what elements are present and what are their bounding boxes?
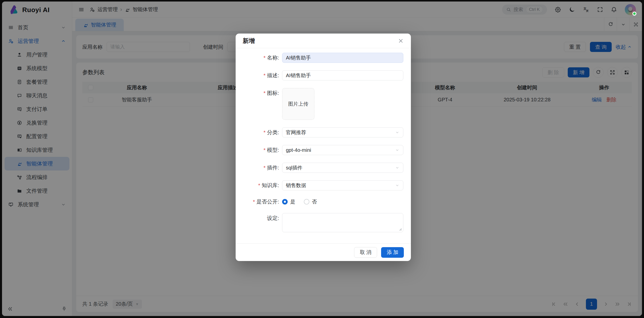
kb-value: 销售数据 bbox=[286, 182, 306, 189]
category-label: 分类: bbox=[236, 127, 282, 137]
radio-yes[interactable]: 是 bbox=[282, 198, 295, 205]
radio-unselected-icon bbox=[304, 199, 309, 205]
modal-header: 新增 bbox=[236, 34, 411, 48]
resize-grip-icon[interactable] bbox=[399, 228, 402, 231]
model-label: 模型: bbox=[236, 145, 282, 155]
form-row-public: 是否公开: 是 否 bbox=[236, 198, 411, 206]
desc-input[interactable] bbox=[282, 70, 403, 80]
online-status-dot bbox=[632, 12, 636, 16]
form-row-icon: 图标: 图片上传 bbox=[236, 88, 411, 120]
kb-select[interactable]: 销售数据 bbox=[282, 180, 403, 190]
radio-no[interactable]: 否 bbox=[304, 198, 317, 205]
settings-textarea[interactable] bbox=[282, 213, 403, 232]
upload-label: 图片上传 bbox=[288, 101, 308, 107]
name-label: 名称: bbox=[236, 53, 282, 63]
icon-label: 图标: bbox=[236, 88, 282, 98]
desc-label: 描述: bbox=[236, 70, 282, 80]
form-row-settings: 设定: bbox=[236, 213, 411, 232]
radio-yes-label: 是 bbox=[290, 198, 295, 205]
settings-label: 设定: bbox=[236, 213, 282, 223]
form-row-kb: 知识库: 销售数据 bbox=[236, 180, 411, 190]
form-row-plugin: 插件: sql插件 bbox=[236, 163, 411, 173]
chevron-down-icon bbox=[395, 165, 400, 170]
form-row-desc: 描述: bbox=[236, 70, 411, 80]
form-row-name: 名称: bbox=[236, 53, 411, 63]
model-value: gpt-4o-mini bbox=[286, 147, 311, 153]
add-agent-modal: 新增 名称: 描述: 图标: 图片上传 分类: bbox=[236, 34, 411, 261]
public-label: 是否公开: bbox=[236, 198, 282, 206]
cancel-button[interactable]: 取 消 bbox=[354, 247, 377, 258]
screen: Ruoyi AI 首页 运营管理 用户管理 bbox=[0, 0, 644, 318]
form-row-model: 模型: gpt-4o-mini bbox=[236, 145, 411, 155]
category-value: 官网推荐 bbox=[286, 129, 306, 136]
close-icon[interactable] bbox=[398, 38, 404, 44]
chevron-down-icon bbox=[395, 148, 400, 152]
chevron-down-icon bbox=[395, 183, 400, 188]
form-row-category: 分类: 官网推荐 bbox=[236, 127, 411, 137]
public-radio-group: 是 否 bbox=[282, 198, 317, 206]
plugin-select[interactable]: sql插件 bbox=[282, 163, 403, 173]
plugin-label: 插件: bbox=[236, 163, 282, 173]
chevron-down-icon bbox=[395, 130, 400, 135]
image-upload-box[interactable]: 图片上传 bbox=[282, 88, 314, 120]
radio-no-label: 否 bbox=[312, 198, 317, 205]
modal-form: 名称: 描述: 图标: 图片上传 分类: 官网推荐 模 bbox=[236, 48, 411, 243]
kb-label: 知识库: bbox=[236, 180, 282, 190]
submit-add-button[interactable]: 添 加 bbox=[381, 247, 404, 258]
plugin-value: sql插件 bbox=[286, 164, 303, 171]
name-input[interactable] bbox=[282, 53, 403, 63]
model-select[interactable]: gpt-4o-mini bbox=[282, 145, 403, 155]
modal-footer: 取 消 添 加 bbox=[236, 243, 411, 261]
radio-selected-icon bbox=[282, 199, 288, 205]
modal-title: 新增 bbox=[243, 37, 255, 45]
category-select[interactable]: 官网推荐 bbox=[282, 127, 403, 137]
